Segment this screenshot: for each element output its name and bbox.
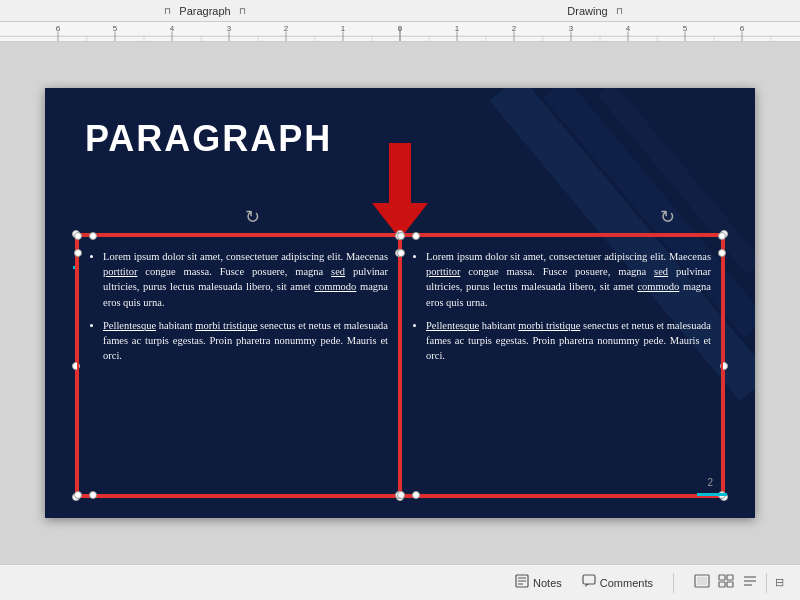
- right-box-handle-bl[interactable]: [397, 491, 405, 499]
- status-divider-2: [766, 573, 767, 593]
- svg-text:1: 1: [341, 24, 345, 33]
- text-boxes-container[interactable]: Lorem ipsum dolor sit amet, consectetuer…: [75, 233, 725, 498]
- svg-rect-52: [719, 575, 725, 580]
- left-box-handle-bc[interactable]: [89, 491, 97, 499]
- slide-sorter-svg: [718, 574, 734, 588]
- right-list-item-1: Lorem ipsum dolor sit amet, consectetuer…: [426, 249, 711, 310]
- status-bar: Notes Comments: [0, 564, 800, 600]
- svg-text:2: 2: [284, 24, 288, 33]
- left-box-handle-tc[interactable]: [89, 232, 97, 240]
- collapse-left-icon[interactable]: ⊓: [164, 6, 171, 16]
- right-text-box[interactable]: Lorem ipsum dolor sit amet, consectetuer…: [400, 235, 723, 496]
- cyan-accent-right: [697, 493, 727, 496]
- svg-text:4: 4: [626, 24, 631, 33]
- outline-view-svg: [742, 574, 758, 588]
- notes-button[interactable]: Notes: [515, 574, 562, 591]
- left-box-handle-bl[interactable]: [74, 491, 82, 499]
- svg-rect-54: [719, 582, 725, 587]
- toolbar-paragraph-section: ⊓ Paragraph ⊓: [10, 5, 400, 17]
- right-text-content: Lorem ipsum dolor sit amet, consectetuer…: [412, 249, 711, 364]
- left-text-box[interactable]: Lorem ipsum dolor sit amet, consectetuer…: [77, 235, 400, 496]
- svg-text:3: 3: [227, 24, 231, 33]
- comments-svg-icon: [582, 574, 596, 588]
- ruler: 6 5 4 3 2 1 0 1 2 3 4 5 6: [0, 22, 800, 42]
- rotate-handle-right[interactable]: ↻: [660, 206, 675, 228]
- svg-text:6: 6: [56, 24, 60, 33]
- slide[interactable]: PARAGRAPH ↻ ↻: [45, 88, 755, 518]
- status-divider-1: [673, 573, 674, 593]
- right-box-handle-tc[interactable]: [412, 232, 420, 240]
- left-text-content: Lorem ipsum dolor sit amet, consectetuer…: [89, 249, 388, 364]
- right-box-handle-mr[interactable]: [718, 249, 726, 257]
- svg-text:1: 1: [455, 24, 459, 33]
- svg-rect-51: [697, 577, 707, 585]
- rotate-handle-left[interactable]: ↻: [245, 206, 260, 228]
- right-box-handle-tl[interactable]: [397, 232, 405, 240]
- notes-svg-icon: [515, 574, 529, 588]
- svg-text:2: 2: [512, 24, 516, 33]
- right-box-handle-tr[interactable]: [718, 232, 726, 240]
- normal-view-svg: [694, 574, 710, 588]
- left-list-item-2: Pellentesque habitant morbi tristique se…: [103, 318, 388, 364]
- left-text-list: Lorem ipsum dolor sit amet, consectetuer…: [89, 249, 388, 364]
- comments-label: Comments: [600, 577, 653, 589]
- svg-text:5: 5: [113, 24, 118, 33]
- left-box-handle-ml[interactable]: [74, 249, 82, 257]
- left-box-handle-tl[interactable]: [74, 232, 82, 240]
- slide-title: PARAGRAPH: [85, 118, 332, 160]
- svg-rect-55: [727, 582, 733, 587]
- toolbar-paragraph-label: Paragraph: [179, 5, 230, 17]
- notes-label: Notes: [533, 577, 562, 589]
- page-number: 2: [707, 477, 713, 488]
- right-text-list: Lorem ipsum dolor sit amet, consectetuer…: [412, 249, 711, 364]
- view-controls: ⊟: [694, 573, 784, 593]
- svg-rect-48: [583, 575, 595, 584]
- svg-text:3: 3: [569, 24, 573, 33]
- collapse-drawing-icon[interactable]: ⊓: [616, 6, 623, 16]
- svg-text:4: 4: [170, 24, 175, 33]
- comments-button[interactable]: Comments: [582, 574, 653, 591]
- arrow-shaft: [389, 143, 411, 203]
- comments-icon: [582, 574, 596, 591]
- collapse-right-icon[interactable]: ⊓: [239, 6, 246, 16]
- red-arrow: [372, 143, 428, 239]
- toolbar: ⊓ Paragraph ⊓ Drawing ⊓: [0, 0, 800, 22]
- zoom-out-icon[interactable]: ⊟: [775, 576, 784, 589]
- slide-sorter-icon[interactable]: [718, 574, 734, 591]
- notes-icon: [515, 574, 529, 591]
- right-box-handle-ml[interactable]: [397, 249, 405, 257]
- left-list-item-1: Lorem ipsum dolor sit amet, consectetuer…: [103, 249, 388, 310]
- svg-text:0: 0: [398, 24, 403, 33]
- ruler-svg: 6 5 4 3 2 1 0 1 2 3 4 5 6: [0, 22, 800, 41]
- svg-text:5: 5: [683, 24, 688, 33]
- right-list-item-2: Pellentesque habitant morbi tristique se…: [426, 318, 711, 364]
- toolbar-drawing-label: Drawing: [567, 5, 607, 17]
- main-area: PARAGRAPH ↻ ↻: [0, 42, 800, 564]
- normal-view-icon[interactable]: [694, 574, 710, 591]
- outline-view-icon[interactable]: [742, 574, 758, 591]
- right-box-handle-bc[interactable]: [412, 491, 420, 499]
- toolbar-drawing-section: Drawing ⊓: [400, 5, 790, 17]
- svg-text:6: 6: [740, 24, 744, 33]
- svg-rect-53: [727, 575, 733, 580]
